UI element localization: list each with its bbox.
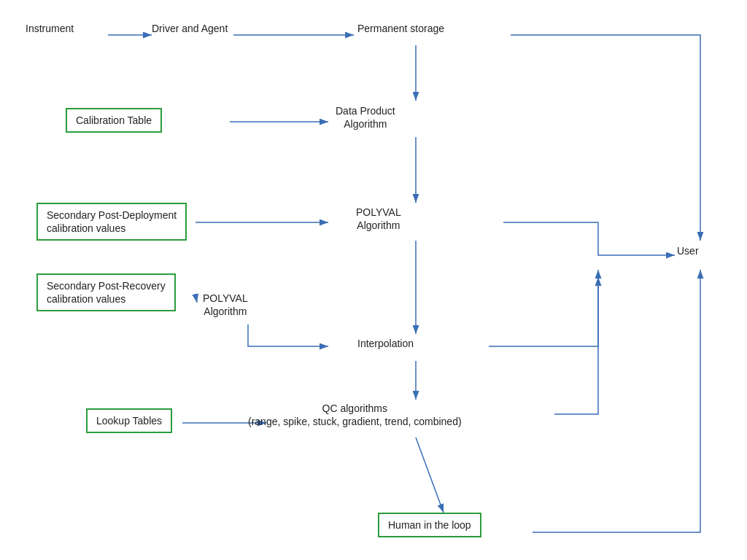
secondary-post-recovery-node: Secondary Post-Recoverycalibration value…	[36, 273, 176, 311]
human-loop-node: Human in the loop	[378, 513, 481, 537]
polyval1-node: POLYVALAlgorithm	[356, 206, 401, 232]
diagram: Instrument Driver and Agent Permanent st…	[0, 0, 747, 560]
data-product-node: Data ProductAlgorithm	[336, 104, 395, 131]
driver-agent-node: Driver and Agent	[152, 22, 228, 35]
calibration-table-node: Calibration Table	[66, 108, 162, 133]
polyval2-node: POLYVALAlgorithm	[203, 292, 248, 318]
secondary-post-deploy-node: Secondary Post-Deploymentcalibration val…	[36, 203, 187, 241]
svg-line-11	[416, 438, 444, 513]
instrument-node: Instrument	[26, 22, 74, 35]
lookup-tables-node: Lookup Tables	[86, 408, 172, 433]
user-node: User	[677, 244, 699, 257]
qc-algorithms-node: QC algorithms(range, spike, stuck, gradi…	[248, 402, 462, 428]
interpolation-node: Interpolation	[357, 337, 414, 350]
permanent-storage-node: Permanent storage	[357, 22, 444, 35]
svg-line-7	[196, 295, 197, 303]
